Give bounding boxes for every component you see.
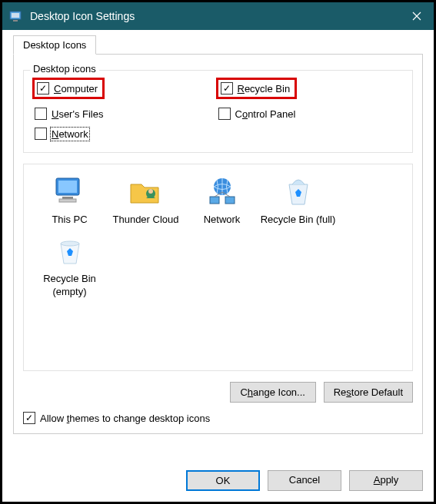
ok-button[interactable]: OK [186, 470, 260, 491]
dialog-buttons: OK Cancel Apply [13, 456, 423, 491]
icon-this-pc[interactable]: This PC [32, 174, 108, 227]
recycle-bin-empty-icon [52, 233, 88, 270]
icon-thunder-cloud[interactable]: Thunder Cloud [108, 174, 184, 227]
checkbox-computer[interactable]: ✓ [37, 82, 49, 94]
client-area: Desktop Icons Desktop icons ✓ Computer ✓ [2, 30, 434, 502]
network-icon [204, 174, 241, 211]
group-label: Desktop icons [30, 63, 99, 75]
close-button[interactable] [400, 2, 434, 30]
svg-rect-6 [59, 199, 76, 202]
icon-buttons-row: Change Icon... Restore Default [23, 382, 413, 403]
checkbox-label-network[interactable]: Network [52, 128, 88, 140]
this-pc-icon [52, 174, 88, 211]
checkbox-allow-themes[interactable]: ✓ [23, 412, 35, 424]
user-folder-icon [128, 174, 165, 211]
checkbox-control-panel[interactable] [218, 108, 231, 120]
tab-strip: Desktop Icons Desktop icons ✓ Computer ✓ [13, 35, 423, 434]
restore-default-button[interactable]: Restore Default [324, 382, 413, 403]
svg-rect-2 [13, 20, 18, 22]
highlight-recycle-bin: ✓ Recycle Bin [216, 78, 298, 99]
window-title: Desktop Icon Settings [30, 10, 400, 22]
highlight-computer: ✓ Computer [32, 78, 105, 99]
icon-preview-grid: This PC Thunder Cloud [23, 164, 413, 371]
allow-themes-row: ✓ Allow themes to change desktop icons [23, 412, 413, 424]
change-icon-button[interactable]: Change Icon... [230, 382, 316, 403]
checkbox-label-allow-themes[interactable]: Allow themes to change desktop icons [40, 413, 210, 424]
tab-panel: Desktop icons ✓ Computer ✓ Recycle Bin [13, 54, 423, 434]
svg-point-12 [61, 241, 79, 246]
checkbox-label-users-files[interactable]: User's Files [52, 108, 104, 120]
icon-label-thunder-cloud: Thunder Cloud [108, 214, 184, 227]
svg-rect-1 [12, 13, 19, 18]
recycle-bin-full-icon [280, 174, 317, 211]
checkbox-label-computer[interactable]: Computer [54, 83, 98, 94]
icon-recycle-bin-full[interactable]: Recycle Bin (full) [260, 174, 336, 227]
svg-rect-10 [210, 197, 219, 204]
checkbox-label-control-panel[interactable]: Control Panel [235, 108, 296, 120]
cancel-button[interactable]: Cancel [268, 470, 341, 491]
checkbox-label-recycle-bin[interactable]: Recycle Bin [238, 83, 291, 94]
icon-label-recycle-empty: Recycle Bin (empty) [32, 273, 108, 299]
checkbox-recycle-bin[interactable]: ✓ [221, 82, 233, 94]
checkbox-users-files[interactable] [35, 108, 47, 120]
icon-label-network: Network [184, 214, 260, 227]
svg-rect-11 [225, 197, 235, 204]
icon-label-recycle-full: Recycle Bin (full) [260, 214, 336, 227]
icon-recycle-bin-empty[interactable]: Recycle Bin (empty) [32, 233, 108, 299]
app-icon [8, 8, 24, 24]
checkbox-network[interactable] [35, 128, 47, 140]
tab-desktop-icons[interactable]: Desktop Icons [13, 35, 96, 55]
desktop-icons-group: Desktop icons ✓ Computer ✓ Recycle Bin [23, 70, 413, 153]
svg-rect-4 [58, 181, 77, 193]
icon-label-this-pc: This PC [32, 214, 108, 227]
svg-point-8 [148, 189, 153, 194]
apply-button[interactable]: Apply [349, 470, 423, 491]
titlebar: Desktop Icon Settings [2, 2, 434, 30]
icon-network[interactable]: Network [184, 174, 260, 227]
